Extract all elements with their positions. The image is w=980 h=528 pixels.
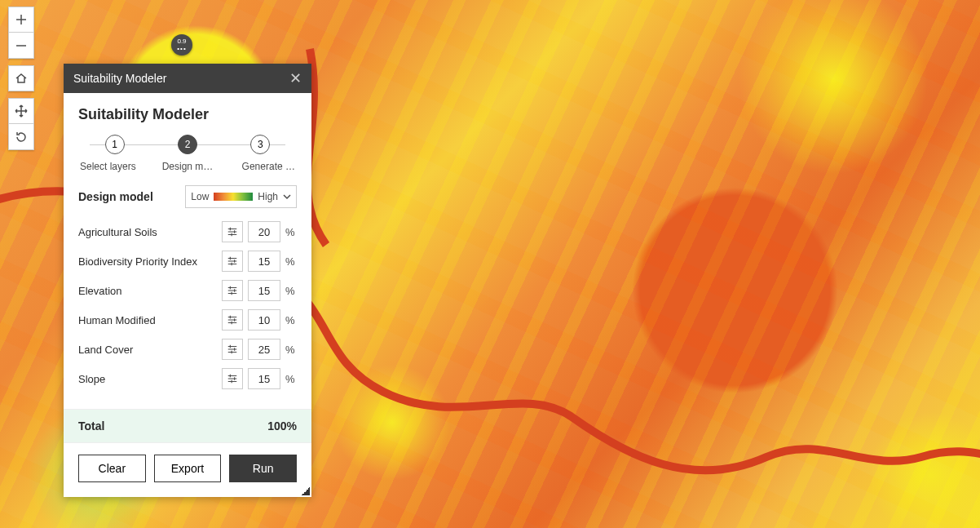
criteria-settings-button[interactable]	[222, 368, 243, 389]
criteria-settings-button[interactable]	[222, 280, 243, 301]
percent-label: %	[285, 344, 297, 356]
criteria-name: Elevation	[78, 285, 217, 297]
rotate-icon	[15, 131, 28, 144]
export-button[interactable]: Export	[154, 455, 222, 482]
percent-label: %	[285, 285, 297, 297]
close-icon: ✕	[289, 70, 302, 87]
sliders-icon	[227, 314, 238, 326]
criteria-name: Agricultural Soils	[78, 226, 217, 238]
color-ramp-select[interactable]: Low High	[185, 185, 297, 208]
criteria-row: Land Cover %	[78, 339, 297, 360]
criteria-row: Human Modified %	[78, 309, 297, 331]
criteria-settings-button[interactable]	[222, 309, 243, 331]
suitability-modeler-panel: Suitability Modeler ✕ Suitability Modele…	[64, 64, 311, 497]
minus-icon	[15, 39, 28, 52]
step-select-layers[interactable]: 1 Select layers	[78, 135, 151, 172]
criteria-row: Biodiversity Priority Index %	[78, 251, 297, 272]
home-icon	[15, 72, 28, 85]
total-value: 100%	[267, 419, 297, 433]
panel-header-title: Suitability Modeler	[73, 72, 166, 85]
step-label: Generate …	[224, 161, 297, 172]
criteria-settings-button[interactable]	[222, 221, 243, 242]
sliders-icon	[227, 285, 238, 296]
percent-label: %	[285, 255, 297, 268]
rotate-button[interactable]	[8, 124, 34, 150]
criteria-value-input[interactable]	[248, 280, 280, 301]
step-label: Select layers	[78, 161, 151, 172]
criteria-name: Land Cover	[78, 344, 217, 356]
criteria-list: Agricultural Soils % Biodiversity Priori…	[78, 221, 297, 389]
transparency-handle[interactable]: 0.9 •••	[171, 34, 192, 55]
criteria-value-input[interactable]	[248, 251, 280, 272]
map-nav-tools	[8, 7, 34, 157]
sliders-icon	[227, 226, 238, 237]
step-number: 3	[250, 135, 270, 154]
zoom-out-button[interactable]	[8, 33, 34, 59]
step-generate[interactable]: 3 Generate …	[224, 135, 297, 172]
stepper: 1 Select layers 2 Design m… 3 Generate …	[78, 135, 297, 172]
pan-icon	[15, 104, 28, 118]
criteria-name: Slope	[78, 373, 217, 385]
criteria-row: Elevation %	[78, 280, 297, 301]
section-label: Design model	[78, 190, 153, 203]
step-design-model[interactable]: 2 Design m…	[151, 135, 223, 172]
step-number: 1	[105, 135, 125, 154]
percent-label: %	[285, 314, 297, 326]
clear-button[interactable]: Clear	[78, 455, 146, 482]
close-button[interactable]: ✕	[289, 71, 302, 86]
criteria-settings-button[interactable]	[222, 251, 243, 272]
color-ramp-icon	[214, 193, 253, 201]
total-bar: Total 100%	[64, 409, 311, 443]
resize-grip[interactable]	[302, 487, 310, 495]
total-label: Total	[78, 419, 104, 433]
run-button[interactable]: Run	[229, 455, 297, 482]
criteria-settings-button[interactable]	[222, 339, 243, 360]
step-label: Design m…	[151, 161, 223, 172]
criteria-value-input[interactable]	[248, 368, 280, 389]
panel-title: Suitability Modeler	[78, 106, 297, 123]
transparency-value: 0.9	[177, 38, 186, 45]
legend-low: Low	[191, 191, 209, 202]
criteria-name: Biodiversity Priority Index	[78, 255, 217, 268]
grip-dots-icon: •••	[177, 46, 186, 52]
criteria-row: Slope %	[78, 368, 297, 389]
legend-high: High	[258, 191, 278, 202]
zoom-in-button[interactable]	[8, 7, 34, 33]
criteria-name: Human Modified	[78, 314, 217, 326]
percent-label: %	[285, 226, 297, 238]
sliders-icon	[227, 344, 238, 355]
sliders-icon	[227, 255, 238, 267]
criteria-row: Agricultural Soils %	[78, 221, 297, 242]
step-number: 2	[178, 135, 197, 154]
percent-label: %	[285, 373, 297, 385]
criteria-value-input[interactable]	[248, 339, 280, 360]
home-button[interactable]	[8, 65, 34, 91]
criteria-value-input[interactable]	[248, 221, 280, 242]
chevron-down-icon	[283, 193, 291, 201]
criteria-value-input[interactable]	[248, 309, 280, 331]
sliders-icon	[227, 373, 238, 384]
panel-header[interactable]: Suitability Modeler ✕	[64, 64, 311, 93]
plus-icon	[15, 13, 28, 26]
pan-button[interactable]	[8, 98, 34, 124]
